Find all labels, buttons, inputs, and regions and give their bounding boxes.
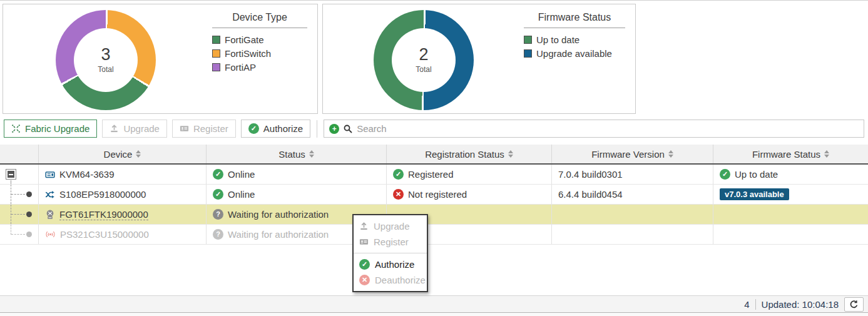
- menu-item-label: Deauthorize: [375, 275, 426, 285]
- device-name-link[interactable]: FGT61FTK19000000: [59, 209, 148, 220]
- tree-cell: [0, 225, 39, 244]
- row-count: 4: [744, 299, 749, 310]
- tree-column-header: [0, 145, 39, 163]
- registration-text: Registered: [408, 169, 454, 180]
- upload-icon: [110, 124, 119, 133]
- status-bar: 4 Updated: 10:04:18: [0, 295, 868, 313]
- device-name-link[interactable]: S108EP5918000000: [59, 189, 146, 200]
- device-name-link[interactable]: PS321C3U15000000: [60, 229, 149, 240]
- sort-icon: [668, 150, 673, 158]
- context-menu-item-upgrade[interactable]: Upgrade: [354, 218, 427, 234]
- firmware-version-cell: [552, 205, 713, 224]
- fabric-icon: [11, 124, 21, 133]
- device-name-link[interactable]: KVM64-3639: [59, 169, 115, 180]
- status-cell: ✓ Online: [207, 165, 387, 184]
- donut-total-label: Total: [98, 65, 113, 74]
- column-label: Device: [104, 149, 133, 160]
- check-circle-icon: ✓: [393, 169, 404, 180]
- legend-label: Up to date: [536, 34, 580, 45]
- table-row[interactable]: S108EP5918000000 ✓ Online ✕ Not register…: [0, 185, 868, 205]
- column-label: Firmware Status: [752, 149, 820, 160]
- tree-cell: [0, 165, 39, 184]
- fabric-upgrade-button[interactable]: Fabric Upgrade: [4, 120, 97, 138]
- tree-bullet: [26, 212, 32, 217]
- context-menu-item-deauthorize[interactable]: ✕ Deauthorize: [354, 272, 427, 288]
- device-manager-page: 3 Total Device Type FortiGate FortiSwitc…: [0, 0, 868, 316]
- tree-cell: [0, 205, 39, 224]
- fortigate-waiting-icon: [45, 210, 55, 220]
- check-circle-icon: ✓: [720, 169, 730, 180]
- search-icon: [344, 125, 352, 133]
- legend-item-fortigate: FortiGate: [212, 34, 307, 45]
- tree-line: [11, 180, 11, 184]
- legend-swatch: [212, 63, 220, 71]
- column-header-registration-status[interactable]: Registration Status: [387, 145, 552, 163]
- search-input[interactable]: [357, 123, 859, 134]
- column-label: Firmware Version: [591, 149, 665, 160]
- status-cell: ✓ Online: [207, 185, 387, 204]
- table-row[interactable]: KVM64-3639 ✓ Online ✓ Registered 7.0.4 b…: [0, 165, 868, 185]
- question-circle-icon: ?: [213, 209, 223, 220]
- register-button[interactable]: Register: [172, 120, 236, 138]
- menu-item-label: Upgrade: [374, 221, 410, 232]
- table-row-selected[interactable]: FGT61FTK19000000 ? Waiting for authoriza…: [0, 205, 868, 225]
- upgrade-button[interactable]: Upgrade: [102, 120, 167, 138]
- status-text: Waiting for authorization: [228, 209, 329, 220]
- sort-icon: [136, 150, 141, 158]
- fabric-upgrade-label: Fabric Upgrade: [25, 123, 89, 134]
- firmware-version-text: 7.0.4 build0301: [558, 169, 623, 180]
- firmware-version-cell: 6.4.4 build0454: [552, 185, 713, 204]
- column-header-firmware-version[interactable]: Firmware Version: [552, 145, 713, 163]
- collapse-toggle[interactable]: [6, 169, 16, 180]
- firmware-status-cell: ✓ Up to date: [713, 165, 868, 184]
- tree-cell: [0, 185, 39, 204]
- context-menu-item-register[interactable]: Register: [354, 234, 427, 250]
- sort-icon: [824, 150, 829, 158]
- donut-total-value: 3: [101, 46, 110, 63]
- device-cell: PS321C3U15000000: [39, 225, 207, 244]
- legend-title: Firmware Status: [524, 12, 625, 28]
- donut-total-label: Total: [416, 65, 431, 74]
- bottom-strip: [0, 313, 868, 316]
- refresh-button[interactable]: [844, 297, 864, 312]
- updated-timestamp: Updated: 10:04:18: [762, 299, 839, 310]
- refresh-icon: [849, 300, 859, 309]
- upgrade-available-badge: v7.0.3 available: [720, 188, 789, 200]
- fortigate-icon: [45, 170, 55, 180]
- add-filter-icon[interactable]: +: [329, 124, 339, 134]
- context-menu-separator: [354, 253, 427, 253]
- table-header: Device Status Registration Status Firmwa…: [0, 145, 868, 165]
- device-type-panel: 3 Total Device Type FortiGate FortiSwitc…: [3, 4, 318, 114]
- legend-label: FortiAP: [225, 62, 256, 73]
- legend-title: Device Type: [212, 12, 307, 28]
- summary-charts-row: 3 Total Device Type FortiGate FortiSwitc…: [3, 4, 868, 114]
- legend-items: FortiGate FortiSwitch FortiAP: [212, 34, 307, 73]
- legend-item-fortiap: FortiAP: [212, 62, 307, 73]
- tree-bullet: [26, 232, 32, 237]
- firmware-status-panel: 2 Total Firmware Status Up to date Upgra…: [322, 4, 636, 114]
- legend-label: FortiSwitch: [225, 48, 271, 59]
- legend-swatch: [524, 36, 532, 44]
- toolbar-separator: [317, 120, 317, 138]
- tree-branch: [11, 234, 25, 235]
- check-circle-icon: ✓: [359, 259, 370, 270]
- column-header-firmware-status[interactable]: Firmware Status: [713, 145, 868, 163]
- donut-total-value: 2: [419, 46, 428, 63]
- menu-item-label: Authorize: [375, 259, 414, 270]
- firmware-version-cell: 7.0.4 build0301: [552, 165, 713, 184]
- donut-center: 3 Total: [74, 28, 138, 92]
- column-header-device[interactable]: Device: [39, 145, 207, 163]
- context-menu-item-authorize[interactable]: ✓ Authorize: [354, 257, 427, 272]
- legend-swatch: [524, 49, 532, 58]
- tree-line: [11, 225, 11, 235]
- firmware-status-cell: [713, 205, 868, 224]
- id-card-icon: [180, 124, 189, 133]
- status-bar-separator: [755, 299, 756, 310]
- column-header-status[interactable]: Status: [207, 145, 387, 163]
- firmware-status-donut-chart: 2 Total: [374, 10, 474, 110]
- check-circle-icon: ✓: [213, 169, 223, 180]
- authorize-button[interactable]: ✓ Authorize: [241, 120, 310, 138]
- table-row[interactable]: PS321C3U15000000 ? Waiting for authoriza…: [0, 225, 868, 245]
- context-menu: Upgrade Register ✓ Authorize ✕ Deauthori…: [352, 214, 428, 292]
- sort-icon: [309, 150, 314, 158]
